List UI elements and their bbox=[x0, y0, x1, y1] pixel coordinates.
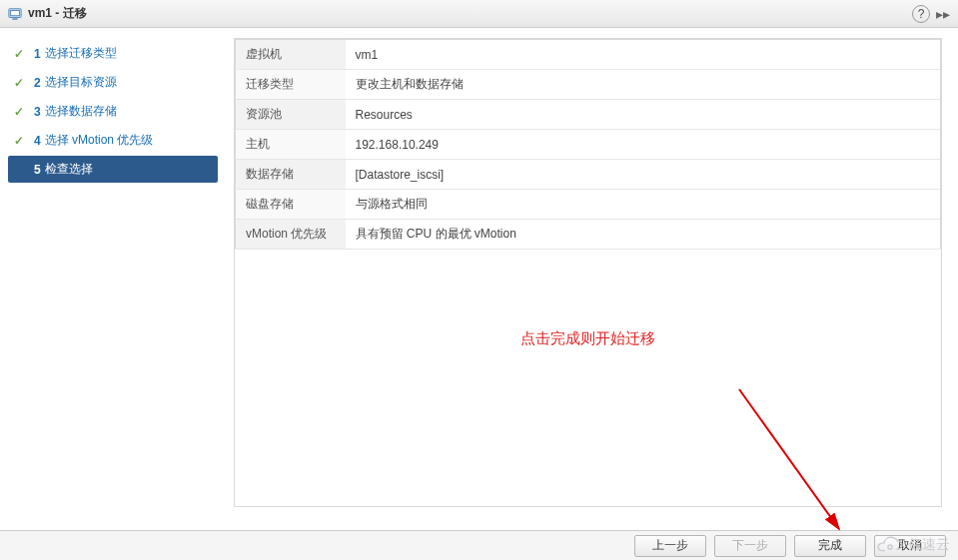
summary-table: 虚拟机 vm1 迁移类型 更改主机和数据存储 资源池 Resources 主机 … bbox=[235, 39, 941, 250]
check-icon: ✓ bbox=[14, 134, 28, 148]
step-label: 选择迁移类型 bbox=[45, 45, 117, 62]
row-value: [Datastore_iscsi] bbox=[346, 160, 941, 190]
row-label: 数据存储 bbox=[236, 160, 346, 190]
step-num: 2 bbox=[34, 76, 41, 90]
check-icon: ✓ bbox=[14, 76, 28, 90]
row-value: 192.168.10.249 bbox=[346, 130, 941, 160]
annotation-note: 点击完成则开始迁移 bbox=[235, 329, 941, 348]
step-num: 4 bbox=[34, 134, 41, 148]
step-num: 5 bbox=[34, 163, 41, 177]
row-value: 具有预留 CPU 的最优 vMotion bbox=[346, 220, 941, 250]
table-row: 主机 192.168.10.249 bbox=[236, 130, 941, 160]
vm-icon bbox=[8, 7, 22, 21]
step-label: 选择 vMotion 优先级 bbox=[45, 132, 154, 149]
expand-icon[interactable]: ▸▸ bbox=[936, 6, 950, 22]
row-value: 更改主机和数据存储 bbox=[346, 70, 941, 100]
step-target-resource[interactable]: ✓ 2 选择目标资源 bbox=[8, 69, 218, 96]
row-label: 虚拟机 bbox=[236, 40, 346, 70]
check-icon: ✓ bbox=[14, 47, 28, 61]
wizard-sidebar: ✓ 1 选择迁移类型 ✓ 2 选择目标资源 ✓ 3 选择数据存储 ✓ 4 选择 … bbox=[0, 28, 226, 530]
step-datastore[interactable]: ✓ 3 选择数据存储 bbox=[8, 98, 218, 125]
titlebar: vm1 - 迁移 ? ▸▸ bbox=[0, 0, 958, 28]
table-row: 虚拟机 vm1 bbox=[236, 40, 941, 70]
step-label: 选择目标资源 bbox=[45, 74, 117, 91]
next-button: 下一步 bbox=[714, 535, 786, 557]
table-row: 迁移类型 更改主机和数据存储 bbox=[236, 70, 941, 100]
titlebar-right: ? ▸▸ bbox=[912, 5, 950, 23]
step-num: 1 bbox=[34, 47, 41, 61]
table-row: 数据存储 [Datastore_iscsi] bbox=[236, 160, 941, 190]
step-label: 检查选择 bbox=[45, 161, 93, 178]
titlebar-left: vm1 - 迁移 bbox=[8, 5, 87, 22]
wizard-footer: 上一步 下一步 完成 取消 bbox=[0, 530, 958, 560]
row-label: 主机 bbox=[236, 130, 346, 160]
window-title: vm1 - 迁移 bbox=[28, 5, 87, 22]
finish-button[interactable]: 完成 bbox=[794, 535, 866, 557]
row-label: vMotion 优先级 bbox=[236, 220, 346, 250]
help-icon[interactable]: ? bbox=[912, 5, 930, 23]
step-review[interactable]: ✓ 5 检查选择 bbox=[8, 156, 218, 183]
content-panel: 虚拟机 vm1 迁移类型 更改主机和数据存储 资源池 Resources 主机 … bbox=[226, 28, 958, 530]
table-row: 磁盘存储 与源格式相同 bbox=[236, 190, 941, 220]
table-row: 资源池 Resources bbox=[236, 100, 941, 130]
row-value: vm1 bbox=[346, 40, 941, 70]
svg-rect-2 bbox=[12, 18, 17, 19]
row-label: 磁盘存储 bbox=[236, 190, 346, 220]
step-vmotion-priority[interactable]: ✓ 4 选择 vMotion 优先级 bbox=[8, 127, 218, 154]
svg-rect-1 bbox=[11, 10, 20, 15]
cancel-button[interactable]: 取消 bbox=[874, 535, 946, 557]
step-num: 3 bbox=[34, 105, 41, 119]
row-label: 迁移类型 bbox=[236, 70, 346, 100]
content-box: 虚拟机 vm1 迁移类型 更改主机和数据存储 资源池 Resources 主机 … bbox=[234, 38, 942, 507]
row-value: 与源格式相同 bbox=[346, 190, 941, 220]
table-row: vMotion 优先级 具有预留 CPU 的最优 vMotion bbox=[236, 220, 941, 250]
step-migration-type[interactable]: ✓ 1 选择迁移类型 bbox=[8, 40, 218, 67]
check-icon: ✓ bbox=[14, 105, 28, 119]
step-label: 选择数据存储 bbox=[45, 103, 117, 120]
back-button[interactable]: 上一步 bbox=[634, 535, 706, 557]
main-area: ✓ 1 选择迁移类型 ✓ 2 选择目标资源 ✓ 3 选择数据存储 ✓ 4 选择 … bbox=[0, 28, 958, 530]
row-label: 资源池 bbox=[236, 100, 346, 130]
row-value: Resources bbox=[346, 100, 941, 130]
